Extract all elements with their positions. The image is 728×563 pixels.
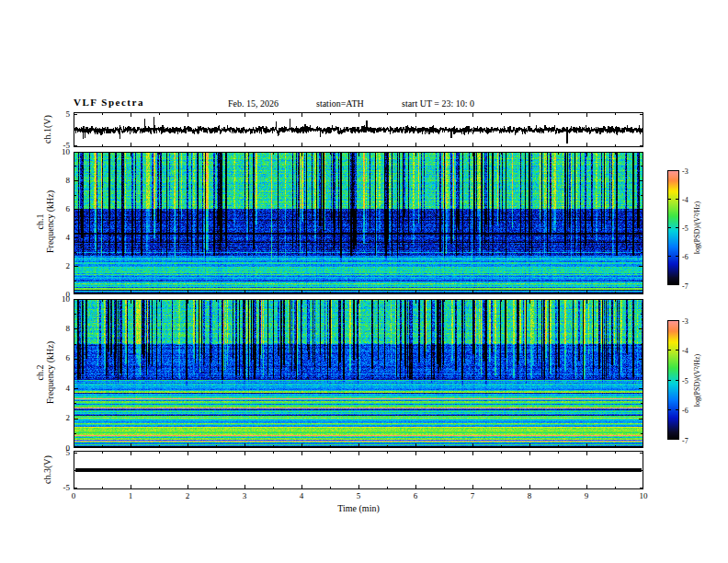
colorbar-ch1-label: log(PSD)/(V²/Hz) [692, 178, 702, 279]
ch1-volt-tick-label: 5 [51, 109, 70, 120]
ch1-freq-tick-label: 8 [51, 176, 70, 186]
ch1-freq-tick-label: 2 [51, 261, 70, 271]
colorbar-ch2 [667, 320, 679, 440]
colorbar1-tick-label: -3 [682, 167, 688, 177]
ch1-volt-tick-label: -5 [51, 141, 70, 151]
colorbar1-tick-label: -4 [682, 195, 688, 205]
x-tick-label: 5 [349, 491, 368, 501]
colorbar2-tick-label: -5 [682, 376, 688, 386]
ch3-volt-tick-label: 5 [51, 448, 70, 458]
x-tick-label: 3 [235, 491, 254, 501]
station-label: station=ATH [316, 98, 364, 109]
ch1-voltage-axis-label: ch.1(V) [42, 102, 52, 157]
colorbar1-tick-label: -7 [682, 282, 688, 292]
ch1-freq-tick-label: 4 [51, 233, 70, 243]
ch2-spectrogram [74, 299, 643, 448]
colorbar2-tick-label: -7 [682, 436, 688, 446]
x-tick-label: 4 [292, 491, 311, 501]
ch2-freq-tick-label: 4 [51, 384, 70, 394]
x-tick-label: 8 [520, 491, 539, 501]
colorbar-ch2-label: log(PSD)/(V²/Hz) [692, 330, 702, 431]
colorbar2-tick-label: -3 [682, 316, 688, 327]
colorbar2-tick-label: -4 [682, 346, 688, 356]
ch2-freq-tick-label: 8 [51, 324, 70, 334]
time-axis-label: Time (min) [322, 503, 395, 513]
ch2-freq-tick-label: 6 [51, 353, 70, 363]
x-tick-label: 10 [634, 491, 653, 501]
colorbar2-tick-label: -6 [682, 406, 688, 416]
x-tick-label: 6 [406, 491, 425, 501]
colorbar1-tick-label: -5 [682, 224, 688, 234]
colorbar1-tick-label: -6 [682, 252, 688, 262]
ch2-freq-tick-label: 2 [51, 413, 70, 423]
ch2-freq-tick-label: 10 [51, 294, 70, 304]
ch3-volt-tick-label: -5 [51, 483, 70, 493]
ch3-waveform-plot [74, 451, 643, 489]
ch1-spectrogram [74, 152, 643, 294]
x-tick-label: 9 [577, 491, 596, 501]
x-tick-label: 0 [64, 491, 83, 501]
x-tick-label: 2 [178, 491, 197, 501]
ch1-waveform-plot [74, 112, 643, 147]
ch1-frequency-axis-label-line1: ch.1 [35, 153, 45, 291]
colorbar-ch1 [667, 170, 679, 285]
vlf-spectra-figure: VLF Spectra Feb. 15, 2026 station=ATH st… [0, 0, 728, 563]
ch2-frequency-axis-label-line1: ch.2 [35, 304, 45, 442]
x-tick-label: 7 [463, 491, 482, 501]
x-tick-label: 1 [121, 491, 140, 501]
figure-title: VLF Spectra [74, 98, 144, 108]
start-ut-label: start UT = 23: 10: 0 [402, 98, 474, 109]
date-label: Feb. 15, 2026 [228, 98, 279, 109]
ch1-freq-tick-label: 6 [51, 204, 70, 214]
ch3-voltage-axis-label: ch.3(V) [42, 442, 52, 498]
